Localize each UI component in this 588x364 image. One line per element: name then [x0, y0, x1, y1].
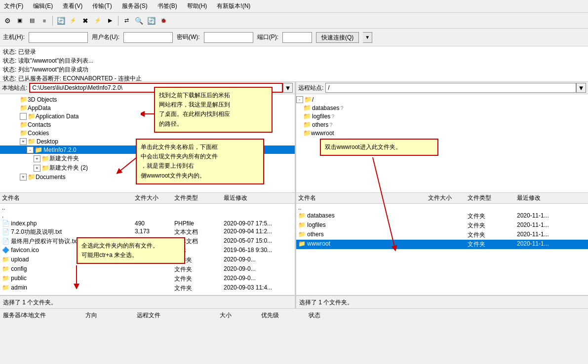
col-filename[interactable]: 文件名: [2, 194, 135, 202]
port-input[interactable]: [282, 32, 312, 43]
user-input[interactable]: [123, 32, 173, 43]
menu-newversion[interactable]: 有新版本!(N): [215, 1, 252, 11]
left-status-text: 选择了 1 个文件夹。: [3, 297, 57, 307]
toolbar-btn8[interactable]: ⚡: [92, 15, 103, 26]
file-modified: 2020-11-1...: [517, 212, 586, 220]
col-filename[interactable]: 文件名: [298, 194, 428, 202]
transfer-col-direction: 方向: [85, 311, 97, 320]
pass-input[interactable]: [204, 32, 253, 43]
file-row-readme[interactable]: 📄 7.2.0功能及说明.txt 3,173 文本文档 2020-09-04 1…: [0, 227, 295, 237]
toolbar-site-manager[interactable]: ⚙: [2, 15, 13, 26]
folder-question-icon: 📁: [303, 112, 311, 120]
toolbar-refresh2[interactable]: 🔄: [146, 15, 157, 26]
expand-icon[interactable]: -: [296, 96, 303, 103]
file-name: 🔷 favicon.ico: [2, 247, 135, 255]
toolbar-debug[interactable]: 🐞: [158, 15, 169, 26]
toolbar-sync[interactable]: ⇄: [121, 15, 132, 26]
file-type: 文件夹: [468, 212, 517, 220]
status-line-1: 状态: 已登录: [3, 47, 585, 56]
col-filesize[interactable]: 文件大小: [135, 194, 174, 202]
folder-icon: 📁: [20, 104, 28, 111]
tree-item-others[interactable]: 📁 others ?: [296, 120, 588, 129]
local-file-list[interactable]: 文件名 文件大小 文件类型 最近修改 .. .: [0, 193, 295, 295]
tree-item-desktop[interactable]: + 📁 Desktop: [0, 137, 295, 146]
tree-label: 3D Objects: [28, 96, 57, 103]
tree-label: logfiles: [312, 113, 330, 120]
quickconn-button[interactable]: 快速连接(Q): [316, 32, 359, 43]
tree-item-3dobjects[interactable]: 📁 3D Objects: [0, 95, 295, 104]
folder-icon: 📁: [35, 146, 42, 153]
toolbar-btn2[interactable]: ▣: [14, 15, 25, 26]
col-modified[interactable]: 最近修改: [224, 194, 293, 202]
tree-item-contacts[interactable]: 📁 Contacts: [0, 120, 295, 129]
file-modified: [517, 204, 586, 211]
file-row-public[interactable]: 📁 public 文件夹 2020-09-0...: [0, 274, 295, 284]
remote-path-input[interactable]: [325, 83, 576, 93]
tree-item-wwwroot[interactable]: 📁 wwwroot: [296, 129, 588, 137]
file-modified: 2020-09-0...: [224, 256, 293, 264]
tree-item-newfolder1[interactable]: + 📁 新建文件夹: [0, 154, 295, 163]
expand-icon[interactable]: +: [34, 165, 40, 172]
tree-item-root[interactable]: - 📁 /: [296, 95, 588, 104]
local-tree[interactable]: 📁 3D Objects 📁 AppData 📁 Application Dat…: [0, 94, 295, 193]
menu-help[interactable]: 帮助(H): [185, 1, 209, 11]
expand-icon[interactable]: +: [20, 174, 27, 181]
tree-item-cookies[interactable]: 📁 Cookies: [0, 129, 295, 137]
tree-item-metinfo[interactable]: - 📁 MetInfo7.2.0: [0, 146, 295, 154]
remote-path-dropdown[interactable]: ▼: [576, 83, 586, 93]
file-name: ..: [298, 204, 428, 211]
menu-file[interactable]: 文件(F): [2, 1, 25, 11]
tree-item-databases[interactable]: 📁 databases ?: [296, 104, 588, 112]
file-name: .: [2, 212, 135, 219]
remote-tree[interactable]: - 📁 / 📁 databases ? 📁 logfiles ?: [296, 94, 588, 193]
host-input[interactable]: [29, 32, 88, 43]
file-row-parent[interactable]: ..: [0, 204, 295, 212]
menu-bookmark[interactable]: 书签(B): [156, 1, 179, 11]
expand-icon[interactable]: +: [20, 138, 27, 145]
toolbar-reconnect[interactable]: ⚡: [68, 15, 78, 26]
file-row-license[interactable]: 📄 最终用户授权许可协议.txt 4,808 文本文档 2020-05-07 1…: [0, 237, 295, 246]
menu-view[interactable]: 查看(V): [61, 1, 84, 11]
tree-item-appdata[interactable]: 📁 AppData: [0, 104, 295, 112]
tree-label: 新建文件夹: [49, 154, 79, 163]
remote-file-row-logfiles[interactable]: 📁 logfiles 文件夹 2020-11-1...: [296, 221, 588, 230]
file-row-upload[interactable]: 📁 upload 文件夹 2020-09-0...: [0, 255, 295, 265]
toolbar-btn9[interactable]: ▶: [105, 15, 116, 26]
status-line-3: 状态: 列出"/wwwroot"的目录成功: [3, 65, 585, 74]
col-modified[interactable]: 最近修改: [517, 194, 586, 202]
col-filetype[interactable]: 文件类型: [468, 194, 517, 202]
menu-edit[interactable]: 编辑(E): [31, 1, 55, 11]
remote-file-row-parent[interactable]: ..: [296, 204, 588, 212]
local-path-input[interactable]: [29, 83, 283, 93]
remote-file-row-databases[interactable]: 📁 databases 文件夹 2020-11-1...: [296, 212, 588, 221]
local-path-dropdown[interactable]: ▼: [283, 83, 293, 93]
toolbar-btn4[interactable]: ≡: [39, 15, 50, 26]
left-panel: 本地站点: ▼ 📁 3D Objects 📁 AppData: [0, 82, 296, 295]
file-row-admin[interactable]: 📁 admin 文件夹 2020-09-03 11:4...: [0, 284, 295, 293]
quickconn-dropdown[interactable]: ▼: [363, 32, 372, 43]
col-filesize[interactable]: 文件大小: [428, 194, 468, 202]
remote-file-row-others[interactable]: 📁 others 文件夹 2020-11-1...: [296, 230, 588, 240]
expand-icon[interactable]: -: [27, 146, 34, 153]
tree-label: AppData: [28, 105, 51, 111]
expand-icon[interactable]: +: [34, 155, 40, 162]
tree-item-newfolder2[interactable]: + 📁 新建文件夹 (2): [0, 163, 295, 173]
remote-file-list[interactable]: 文件名 文件大小 文件类型 最近修改 .. 📁 databases 文件夹 20: [296, 193, 588, 295]
col-filetype[interactable]: 文件类型: [174, 194, 224, 202]
tree-item-logfiles[interactable]: 📁 logfiles ?: [296, 112, 588, 120]
tree-item-appdata2[interactable]: 📁 Application Data: [0, 112, 295, 120]
remote-file-row-wwwroot[interactable]: 📁 wwwroot 文件夹 2020-11-1...: [296, 240, 588, 249]
file-row-index[interactable]: 📄 index.php 490 PHPfile 2020-09-07 17:5.…: [0, 219, 295, 227]
toolbar-cancel[interactable]: ✖: [80, 15, 91, 26]
file-type: 文本文档: [174, 237, 224, 246]
toolbar-refresh[interactable]: 🔄: [55, 15, 66, 26]
file-size: [428, 240, 468, 249]
menu-server[interactable]: 服务器(S): [120, 1, 150, 11]
toolbar-btn3[interactable]: ▤: [27, 15, 38, 26]
file-row-config[interactable]: 📁 config 文件夹 2020-09-0...: [0, 265, 295, 274]
menu-transfer[interactable]: 传输(T): [90, 1, 114, 11]
file-row-current[interactable]: .: [0, 212, 295, 219]
toolbar-search[interactable]: 🔍: [133, 15, 144, 26]
file-row-favicon[interactable]: 🔷 favicon.ico 4,286 图标 2019-06-18 9:30..…: [0, 246, 295, 255]
tree-item-documents[interactable]: + 📁 Documents: [0, 173, 295, 181]
